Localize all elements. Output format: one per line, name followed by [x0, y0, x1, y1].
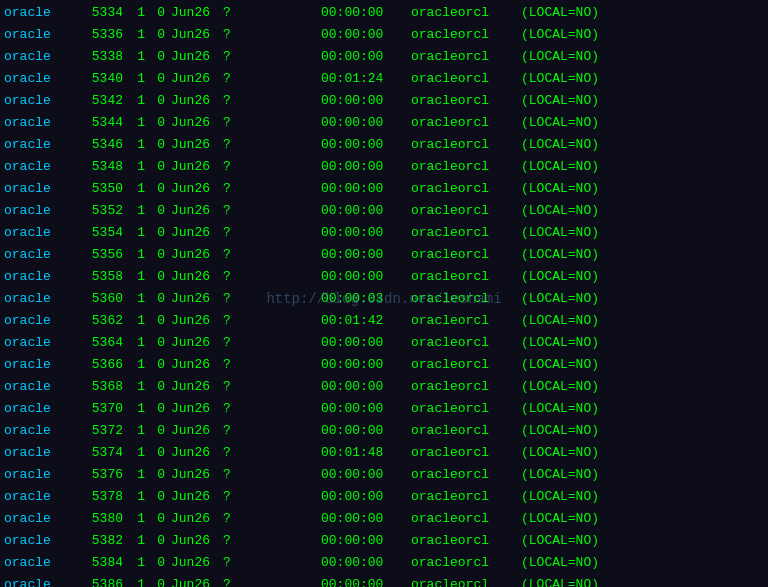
pid-col: 5372 [76, 420, 131, 442]
c2-col: 0 [151, 134, 171, 156]
tty-col: ? [223, 464, 241, 486]
c2-col: 0 [151, 398, 171, 420]
user-col: oracle [4, 530, 76, 552]
date-col: Jun26 [171, 46, 223, 68]
date-col: Jun26 [171, 420, 223, 442]
time-col: 00:00:00 [321, 354, 411, 376]
cmd-col: oracleorcl [411, 420, 521, 442]
pid-col: 5336 [76, 24, 131, 46]
user-col: oracle [4, 420, 76, 442]
args-col: (LOCAL=NO) [521, 266, 599, 288]
table-row: oracle 5346 1 0 Jun26 ? 00:00:00 oracleo… [4, 134, 764, 156]
tty-col: ? [223, 508, 241, 530]
pid-col: 5342 [76, 90, 131, 112]
c2-col: 0 [151, 332, 171, 354]
c1-col: 1 [131, 2, 151, 24]
tty-col: ? [223, 2, 241, 24]
time-col: 00:00:00 [321, 222, 411, 244]
table-row: oracle 5386 1 0 Jun26 ? 00:00:00 oracleo… [4, 574, 764, 587]
c1-col: 1 [131, 464, 151, 486]
c1-col: 1 [131, 486, 151, 508]
pid-col: 5360 [76, 288, 131, 310]
user-col: oracle [4, 464, 76, 486]
user-col: oracle [4, 200, 76, 222]
date-col: Jun26 [171, 574, 223, 587]
c2-col: 0 [151, 24, 171, 46]
table-row: oracle 5364 1 0 Jun26 ? 00:00:00 oracleo… [4, 332, 764, 354]
args-col: (LOCAL=NO) [521, 24, 599, 46]
args-col: (LOCAL=NO) [521, 442, 599, 464]
user-col: oracle [4, 442, 76, 464]
cmd-col: oracleorcl [411, 398, 521, 420]
tty-col: ? [223, 376, 241, 398]
args-col: (LOCAL=NO) [521, 178, 599, 200]
args-col: (LOCAL=NO) [521, 530, 599, 552]
c2-col: 0 [151, 420, 171, 442]
c1-col: 1 [131, 574, 151, 587]
c1-col: 1 [131, 420, 151, 442]
c1-col: 1 [131, 222, 151, 244]
c1-col: 1 [131, 508, 151, 530]
table-row: oracle 5372 1 0 Jun26 ? 00:00:00 oracleo… [4, 420, 764, 442]
pid-col: 5350 [76, 178, 131, 200]
pid-col: 5346 [76, 134, 131, 156]
cmd-col: oracleorcl [411, 24, 521, 46]
date-col: Jun26 [171, 310, 223, 332]
table-row: oracle 5352 1 0 Jun26 ? 00:00:00 oracleo… [4, 200, 764, 222]
args-col: (LOCAL=NO) [521, 376, 599, 398]
time-col: 00:01:42 [321, 310, 411, 332]
pid-col: 5386 [76, 574, 131, 587]
table-row: oracle 5362 1 0 Jun26 ? 00:01:42 oracleo… [4, 310, 764, 332]
args-col: (LOCAL=NO) [521, 398, 599, 420]
table-row: oracle 5342 1 0 Jun26 ? 00:00:00 oracleo… [4, 90, 764, 112]
cmd-col: oracleorcl [411, 134, 521, 156]
user-col: oracle [4, 222, 76, 244]
table-row: oracle 5350 1 0 Jun26 ? 00:00:00 oracleo… [4, 178, 764, 200]
c1-col: 1 [131, 376, 151, 398]
pid-col: 5384 [76, 552, 131, 574]
date-col: Jun26 [171, 68, 223, 90]
pid-col: 5366 [76, 354, 131, 376]
cmd-col: oracleorcl [411, 46, 521, 68]
user-col: oracle [4, 398, 76, 420]
cmd-col: oracleorcl [411, 354, 521, 376]
c1-col: 1 [131, 530, 151, 552]
pid-col: 5348 [76, 156, 131, 178]
args-col: (LOCAL=NO) [521, 156, 599, 178]
tty-col: ? [223, 222, 241, 244]
table-row: oracle 5354 1 0 Jun26 ? 00:00:00 oracleo… [4, 222, 764, 244]
table-row: oracle 5360 1 0 Jun26 ? 00:00:03 oracleo… [4, 288, 764, 310]
user-col: oracle [4, 508, 76, 530]
table-row: oracle 5370 1 0 Jun26 ? 00:00:00 oracleo… [4, 398, 764, 420]
time-col: 00:00:00 [321, 508, 411, 530]
date-col: Jun26 [171, 2, 223, 24]
user-col: oracle [4, 134, 76, 156]
cmd-col: oracleorcl [411, 288, 521, 310]
pid-col: 5340 [76, 68, 131, 90]
tty-col: ? [223, 552, 241, 574]
time-col: 00:00:03 [321, 288, 411, 310]
cmd-col: oracleorcl [411, 112, 521, 134]
c1-col: 1 [131, 24, 151, 46]
table-row: oracle 5374 1 0 Jun26 ? 00:01:48 oracleo… [4, 442, 764, 464]
c2-col: 0 [151, 244, 171, 266]
table-row: oracle 5338 1 0 Jun26 ? 00:00:00 oracleo… [4, 46, 764, 68]
date-col: Jun26 [171, 134, 223, 156]
c2-col: 0 [151, 2, 171, 24]
cmd-col: oracleorcl [411, 156, 521, 178]
date-col: Jun26 [171, 508, 223, 530]
time-col: 00:00:00 [321, 376, 411, 398]
tty-col: ? [223, 486, 241, 508]
pid-col: 5382 [76, 530, 131, 552]
time-col: 00:00:00 [321, 332, 411, 354]
tty-col: ? [223, 200, 241, 222]
tty-col: ? [223, 68, 241, 90]
cmd-col: oracleorcl [411, 530, 521, 552]
c1-col: 1 [131, 134, 151, 156]
time-col: 00:01:48 [321, 442, 411, 464]
args-col: (LOCAL=NO) [521, 420, 599, 442]
pid-col: 5378 [76, 486, 131, 508]
c1-col: 1 [131, 552, 151, 574]
time-col: 00:00:00 [321, 156, 411, 178]
date-col: Jun26 [171, 486, 223, 508]
